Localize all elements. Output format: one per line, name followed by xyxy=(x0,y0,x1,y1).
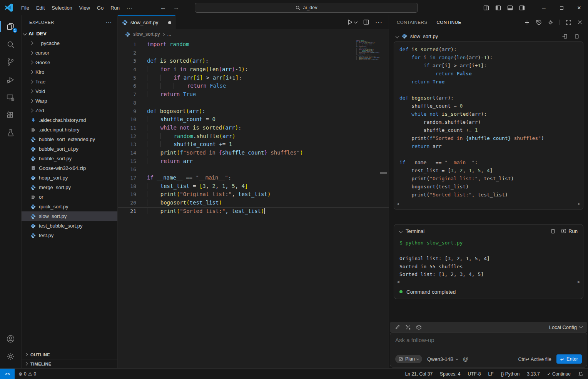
status-spaces[interactable]: Spaces: 4 xyxy=(440,371,460,377)
code-line-8[interactable]: 8 xyxy=(118,99,389,107)
scroll-right-icon[interactable]: ▶ xyxy=(578,200,580,208)
code-line-11[interactable]: 11 while not is_sorted(arr): xyxy=(118,124,389,132)
tree-folder-Warp[interactable]: Warp xyxy=(22,96,117,106)
activity-source-control-icon[interactable] xyxy=(0,53,22,71)
split-editor-icon[interactable] xyxy=(363,19,369,25)
activity-explorer-icon[interactable]: 1 xyxy=(0,18,22,35)
code-line-14[interactable]: 14 print(f"Sorted in {shuffle_count} shu… xyxy=(118,149,389,157)
code-line-3[interactable]: 3def is_sorted(arr): xyxy=(118,57,389,65)
tree-root-ai-dev[interactable]: AI_DEV xyxy=(22,29,117,38)
status-[interactable]: ✓ Continue xyxy=(547,371,571,377)
status-3137[interactable]: 3.13.7 xyxy=(527,371,540,377)
code-line-16[interactable]: 16 xyxy=(118,165,389,174)
activity-testing-icon[interactable] xyxy=(0,124,22,141)
editor-more-actions[interactable]: ··· xyxy=(375,19,383,26)
scroll-left-icon[interactable]: ◀ xyxy=(397,280,399,284)
collapse-chevron-icon[interactable] xyxy=(396,34,399,38)
minimap[interactable]: import randomdef is_sorted(arr): for i i… xyxy=(356,40,380,63)
status-[interactable]: {} Python xyxy=(501,371,520,377)
code-line-21[interactable]: 21 print("Sorted list:", test_list) xyxy=(118,207,389,216)
close-panel-icon[interactable] xyxy=(577,20,583,25)
nav-back-icon[interactable]: ← xyxy=(160,4,166,11)
tree-file-or[interactable]: or xyxy=(22,192,117,202)
tree-file-quick-sort-py[interactable]: quick_sort.py xyxy=(22,202,117,211)
followup-input[interactable]: Ask a follow-up Plan Qwen3-14B @ Ctrl↵ A… xyxy=(390,332,587,367)
tab-continue[interactable]: CONTINUE xyxy=(437,15,461,29)
toggle-sidebar-left-icon[interactable] xyxy=(495,5,501,11)
terminal-collapse-chevron-icon[interactable] xyxy=(399,229,403,233)
tree-file-merge-sort-py[interactable]: merge_sort.py xyxy=(22,183,117,192)
insert-at-cursor-icon[interactable] xyxy=(562,33,568,39)
edit-icon[interactable] xyxy=(395,324,400,330)
tree-file-test-py[interactable]: test.py xyxy=(22,231,117,240)
close-button[interactable]: ✕ xyxy=(570,0,588,15)
nav-forward-icon[interactable]: → xyxy=(173,4,179,11)
mention-button[interactable]: @ xyxy=(463,356,468,362)
fullscreen-icon[interactable] xyxy=(566,20,571,25)
run-dropdown-chevron[interactable] xyxy=(354,20,358,23)
explorer-more-actions[interactable]: ··· xyxy=(106,19,112,25)
tree-file-slow-sort-py[interactable]: slow_sort.py xyxy=(22,211,117,221)
tools-icon[interactable] xyxy=(405,324,411,330)
settings-gear-icon[interactable] xyxy=(0,347,22,365)
code-line-18[interactable]: 18 test_list = [3, 2, 1, 5, 4] xyxy=(118,182,389,191)
code-line-20[interactable]: 20 bogosort(test_list) xyxy=(118,199,389,207)
toggle-sidebar-right-icon[interactable] xyxy=(519,5,525,11)
account-icon[interactable] xyxy=(0,330,22,347)
tree-file-test-bubble-sort-py[interactable]: test_bubble_sort.py xyxy=(22,221,117,231)
scroll-right-icon[interactable]: ▶ xyxy=(578,280,580,284)
code-line-7[interactable]: 7 return True xyxy=(118,90,389,99)
menu-edit[interactable]: Edit xyxy=(33,3,48,13)
code-line-2[interactable]: 2 xyxy=(118,49,389,57)
tree-folder-Void[interactable]: Void xyxy=(22,86,117,96)
maximize-button[interactable] xyxy=(553,0,570,15)
scrollbar-marker[interactable] xyxy=(380,172,387,174)
remote-indicator[interactable]: >< xyxy=(0,369,15,379)
tree-file-bubble-sort-ui-py[interactable]: bubble_sort_ui.py xyxy=(22,144,117,154)
terminal-output[interactable]: $ python slow_sort.py Original list: [3,… xyxy=(394,238,583,279)
box-icon[interactable] xyxy=(416,324,422,330)
code-line-12[interactable]: 12 random.shuffle(arr) xyxy=(118,132,389,141)
menu-run[interactable]: Run xyxy=(107,3,123,13)
new-session-icon[interactable] xyxy=(524,20,530,25)
tab-slow-sort[interactable]: slow_sort.py xyxy=(118,15,175,29)
notifications-bell-icon[interactable] xyxy=(578,371,583,377)
copy-icon[interactable] xyxy=(574,33,580,39)
tree-file-heap-sort-py[interactable]: heap_sort.py xyxy=(22,173,117,183)
config-selector[interactable]: Local Config xyxy=(549,324,582,330)
enter-button[interactable]: ↵ Enter xyxy=(556,354,582,364)
code-line-6[interactable]: 6 return False xyxy=(118,82,389,90)
activity-remote-explorer-icon[interactable] xyxy=(0,88,22,106)
code-line-10[interactable]: 10 shuffle_count = 0 xyxy=(118,115,389,124)
section-outline[interactable]: OUTLINE xyxy=(22,350,117,359)
code-line-13[interactable]: 13 shuffle_count += 1 xyxy=(118,140,389,149)
tree-file--aider-chat-history-md[interactable]: .aider.chat.history.md xyxy=(22,115,117,125)
breadcrumb-tail[interactable]: ... xyxy=(167,32,171,37)
gear-icon[interactable] xyxy=(548,19,554,25)
menu-view[interactable]: View xyxy=(76,3,94,13)
tree-folder-Zed[interactable]: Zed xyxy=(22,106,117,115)
tree-folder-Goose[interactable]: Goose xyxy=(22,58,117,67)
code-line-15[interactable]: 15 return arr xyxy=(118,157,389,166)
tree-folder-Trae[interactable]: Trae xyxy=(22,77,117,86)
copy-icon[interactable] xyxy=(550,228,556,234)
tree-file--aider-input-history[interactable]: .aider.input.history xyxy=(22,125,117,135)
activity-search-icon[interactable] xyxy=(0,35,22,53)
breadcrumb[interactable]: slow_sort.py ... xyxy=(118,29,389,39)
mode-selector-plan[interactable]: Plan xyxy=(395,355,422,363)
tab-containers[interactable]: CONTAINERS xyxy=(397,15,428,29)
tree-folder-Kiro[interactable]: Kiro xyxy=(22,67,117,77)
problems-indicator[interactable]: ⊗ 0 ⚠ 0 xyxy=(15,371,40,377)
minimize-button[interactable]: ─ xyxy=(535,0,553,15)
code-block-filename[interactable]: slow_sort.py xyxy=(410,33,438,39)
terminal-run-button[interactable]: Run xyxy=(561,228,578,234)
code-line-19[interactable]: 19 print("Original list:", test_list) xyxy=(118,190,389,199)
section-timeline[interactable]: TIMELINE xyxy=(22,359,117,368)
tree-folder-pycache[interactable]: __pycache__ xyxy=(22,38,117,48)
code-line-4[interactable]: 4 for i in range(len(arr)-1): xyxy=(118,65,389,74)
tree-file-bubble-sort-extended-py[interactable]: bubble_sort_extended.py xyxy=(22,135,117,144)
code-editor[interactable]: 1import random23def is_sorted(arr):4 for… xyxy=(118,39,389,368)
model-selector[interactable]: Qwen3-14B xyxy=(427,356,458,362)
command-center-search[interactable]: ai_dev xyxy=(195,3,418,13)
activity-run-debug-icon[interactable] xyxy=(0,71,22,88)
